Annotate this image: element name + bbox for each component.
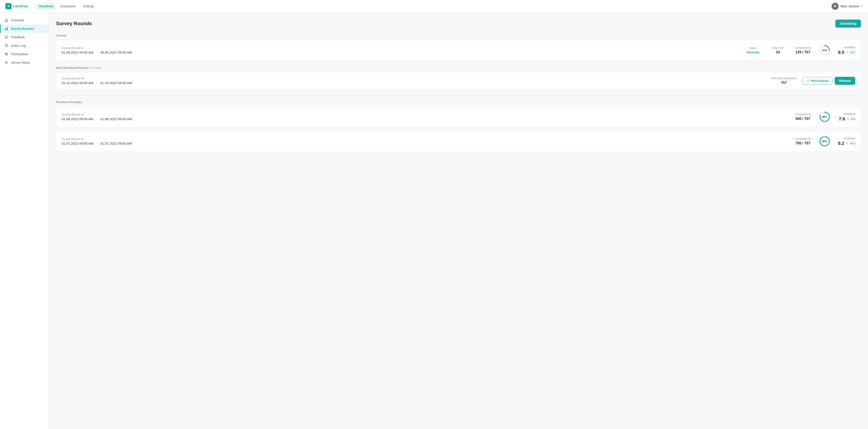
previous-round-2-info: Survey Round #2 01.08.2022 09:00 AM → 31… [62, 113, 794, 121]
nav-links: Heartbeat Employees Settings [36, 3, 832, 9]
layout: Overview Survey Rounds Feedback [0, 0, 868, 429]
next-section: Next Scheduled Round (On Hold) Survey Ro… [56, 66, 861, 89]
previous-round-1-card: Survey Round #1 01.07.2022 09:00 AM → 31… [56, 131, 861, 152]
sidebar-label-survey-rounds: Survey Rounds [11, 27, 34, 30]
next-recipients-label: Estimated Recipients [770, 77, 797, 80]
current-status-block: Status Running [744, 47, 762, 54]
current-round-info: Survey Round #3 01.09.2022 09:00 AM → 30… [62, 46, 744, 54]
prev2-progress-circle: 80% [819, 111, 830, 123]
prev2-heartbeat-score: 7.8 [839, 116, 845, 121]
previous-round-1-info: Survey Round #1 01.07.2022 09:00 AM → 31… [62, 137, 794, 145]
prev1-heartbeat-row: 8.2 ↗ +0.2 [838, 141, 855, 146]
nav-heartbeat[interactable]: Heartbeat [36, 3, 57, 9]
prev1-completed-value: 700 / 757 [794, 141, 812, 145]
current-progress-circle: 25% [819, 45, 830, 56]
sidebar-item-feedback[interactable]: Feedback [0, 33, 49, 41]
sidebar-item-survey-setup[interactable]: Survey Setup [0, 58, 49, 67]
gear-icon [4, 60, 8, 64]
sidebar-item-participation[interactable]: Participation [0, 50, 49, 58]
avatar: M [832, 3, 839, 10]
date-arrow-icon: → [95, 51, 98, 54]
section-divider [56, 95, 861, 95]
prev1-heartbeat-block: Heartbeat 8.2 ↗ +0.2 [838, 137, 855, 146]
current-round-dates: 01.09.2022 09:00 AM → 30.09.2022 09:00 A… [62, 51, 744, 54]
previous-section: Previous Round(s) Survey Round #2 01.08.… [56, 101, 861, 152]
next-round-dates: 01.10.2022 09:00 AM → 31.10.2022 09:00 A… [62, 81, 770, 85]
reschedule-button[interactable]: 🕐 Reschedule [802, 77, 832, 85]
prev2-arrow-icon: → [95, 117, 98, 121]
previous-round-1-dates: 01.07.2022 09:00 AM → 31.07.2022 09:00 A… [62, 142, 794, 145]
svg-rect-2 [6, 28, 7, 30]
sidebar-item-overview[interactable]: Overview [0, 16, 49, 25]
current-heartbeat-label: Heartbeat [838, 46, 855, 49]
prev2-end: 31.08.2022 09:00 AM [100, 117, 132, 121]
sidebar-item-survey-rounds[interactable]: Survey Rounds [0, 25, 49, 33]
next-round-start: 01.10.2022 09:00 AM [62, 81, 93, 85]
chart-icon [4, 27, 8, 31]
previous-round-1-row: Survey Round #1 01.07.2022 09:00 AM → 31… [62, 136, 855, 147]
svg-rect-3 [7, 27, 8, 30]
home-icon [4, 18, 8, 22]
trend-up-icon: ↗ [845, 51, 848, 54]
next-recipients-value: 757 [770, 81, 797, 85]
sidebar-label-survey-setup: Survey Setup [11, 61, 30, 64]
previous-round-2-card: Survey Round #2 01.08.2022 09:00 AM → 31… [56, 106, 861, 127]
current-round-card: Survey Round #3 01.09.2022 09:00 AM → 30… [56, 40, 861, 61]
trend-down-icon: ↘ [846, 117, 849, 121]
nav-settings[interactable]: Settings [80, 3, 97, 9]
prev2-heartbeat-delta: -0.4 [850, 117, 855, 121]
scheduling-button[interactable]: Scheduling [835, 20, 861, 28]
next-round-end: 31.10.2022 09:00 AM [100, 81, 132, 85]
sidebar-label-participation: Participation [11, 52, 28, 56]
prev1-heartbeat-score: 8.2 [838, 141, 844, 146]
prev1-heartbeat-delta: +0.2 [849, 142, 855, 145]
current-heartbeat-score: 8.5 [838, 50, 844, 55]
users-icon [4, 52, 8, 56]
sidebar: Overview Survey Rounds Feedback [0, 12, 49, 429]
current-days-left-label: Days Left [769, 46, 787, 49]
current-section: Current Survey Round #3 01.09.2022 09:00… [56, 34, 861, 61]
nav-employees[interactable]: Employees [57, 3, 79, 9]
current-section-label: Current [56, 34, 861, 37]
comment-icon [4, 35, 8, 39]
next-section-label: Next Scheduled Round (On Hold) [56, 66, 861, 69]
main-content: Survey Rounds Scheduling Current Survey … [49, 12, 868, 429]
topnav: LetsAsk. Heartbeat Employees Settings M … [0, 0, 868, 12]
next-round-card: Survey Round #4 01.10.2022 09:00 AM → 31… [56, 72, 861, 89]
current-completed-by-block: Completed by 125 / 757 [794, 46, 812, 54]
page-header: Survey Rounds Scheduling [56, 20, 861, 28]
svg-rect-1 [5, 29, 5, 30]
current-completed-by-label: Completed by [794, 46, 812, 49]
current-progress-pct: 25% [822, 49, 827, 52]
prev1-arrow-icon: → [95, 142, 98, 145]
clock-icon [4, 44, 8, 48]
prev1-completed-block: Completed by 700 / 757 [794, 137, 812, 145]
current-status-label: Status [744, 47, 762, 50]
next-round-info: Survey Round #4 01.10.2022 09:00 AM → 31… [62, 77, 770, 85]
chevron-down-icon: ▾ [861, 5, 863, 7]
release-button[interactable]: Release [835, 77, 855, 85]
user-area[interactable]: M Mary Jackson ▾ [832, 3, 863, 10]
sidebar-item-action-log[interactable]: Action Log [0, 41, 49, 50]
logo[interactable]: LetsAsk. [5, 3, 29, 9]
svg-point-6 [6, 62, 7, 63]
next-round-row: Survey Round #4 01.10.2022 09:00 AM → 31… [62, 77, 855, 85]
on-hold-label: (On Hold) [89, 66, 101, 69]
previous-round-2-row: Survey Round #2 01.08.2022 09:00 AM → 31… [62, 111, 855, 123]
prev1-completed-label: Completed by [794, 137, 812, 140]
current-heartbeat-delta: +0.7 [849, 51, 855, 54]
current-status-area: Status Running Days Left 24 Completed by… [744, 45, 855, 56]
user-name: Mary Jackson [840, 4, 860, 8]
sidebar-label-overview: Overview [11, 19, 24, 22]
logo-icon [5, 3, 11, 9]
prev2-start: 01.08.2022 09:00 AM [62, 117, 93, 121]
next-round-actions: 🕐 Reschedule Release [802, 77, 855, 85]
prev1-progress-circle: 95% [819, 136, 830, 147]
svg-point-5 [5, 53, 7, 54]
logo-text: LetsAsk. [13, 4, 29, 8]
prev2-completed-label: Completed by [794, 113, 812, 116]
prev1-end: 31.07.2022 09:00 AM [100, 142, 132, 145]
prev2-heartbeat-block: Heartbeat 7.8 ↘ -0.4 [838, 112, 855, 121]
next-recipients-block: Estimated Recipients 757 [770, 77, 797, 85]
prev2-completed-value: 500 / 757 [794, 117, 812, 121]
